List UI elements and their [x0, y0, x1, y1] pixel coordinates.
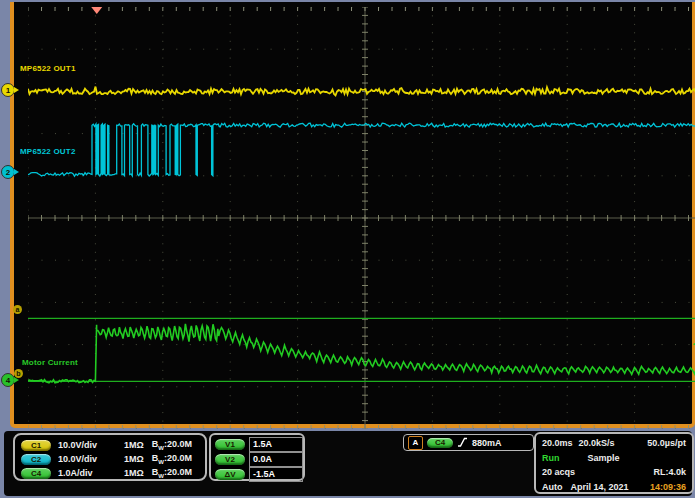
waveform-display-area [10, 2, 695, 428]
trace-label-ch4: Motor Current [22, 358, 78, 367]
cursor-row-v2[interactable]: V2 0.0A [215, 452, 303, 467]
waveform-plot [28, 7, 695, 429]
timebase-value: 20.0ms [542, 438, 573, 448]
record-length: RL:4.0k [653, 467, 686, 477]
acquisition-panel[interactable]: 20.0ms 20.0kS/s 50.0µs/pt Run Sample 20 … [534, 432, 694, 494]
acq-row-count: 20 acqs RL:4.0k [542, 465, 686, 480]
c2-badge[interactable]: C2 [21, 454, 51, 465]
acquisition-count: 20 acqs [542, 467, 575, 477]
channel-2-marker-label: 2 [6, 168, 10, 177]
c1-scale: 10.0V/div [58, 440, 110, 450]
channel-1-marker-label: 1 [6, 86, 10, 95]
channel-1-position-marker[interactable]: 1 [1, 83, 15, 97]
trace-label-ch1: MP6522 OUT1 [20, 64, 76, 73]
channel-settings-panel[interactable]: C1 10.0V/div 1MΩ BW:20.0M C2 10.0V/div 1… [13, 433, 207, 481]
c4-impedance: 1MΩ [124, 468, 144, 478]
trigger-mode: Auto [542, 482, 563, 492]
channel-2-position-marker[interactable]: 2 [1, 165, 15, 179]
c1-bandwidth: BW:20.0M [152, 439, 192, 451]
cursor-a-handle[interactable]: a [13, 305, 22, 314]
v1-badge[interactable]: V1 [215, 439, 245, 450]
trigger-level-value: 880mA [472, 438, 502, 448]
date-text: April 14, 2021 [571, 482, 629, 492]
v2-badge[interactable]: V2 [215, 454, 245, 465]
v2-value: 0.0A [249, 452, 303, 467]
resolution: 50.0µs/pt [647, 438, 686, 448]
time-text: 14:09:36 [650, 482, 686, 492]
cursor-readout-panel[interactable]: V1 1.5A V2 0.0A ΔV -1.5A [209, 433, 305, 481]
channel-4-marker-label: 4 [6, 376, 10, 385]
cursor-row-dv[interactable]: ΔV -1.5A [215, 467, 303, 482]
channel-4-position-marker[interactable]: 4 [1, 373, 15, 387]
trigger-a-indicator: A [408, 436, 423, 450]
sample-rate: 20.0kS/s [579, 438, 615, 448]
trigger-position-marker[interactable] [91, 7, 102, 14]
dv-badge[interactable]: ΔV [215, 469, 245, 480]
acq-mode: Sample [588, 453, 620, 463]
c2-impedance: 1MΩ [124, 454, 144, 464]
c4-bandwidth: BW:20.0M [152, 467, 192, 479]
channel-row-c4[interactable]: C4 1.0A/div 1MΩ BW:20.0M [21, 466, 205, 480]
trace-label-ch2: MP6522 OUT2 [20, 147, 76, 156]
channel-row-c1[interactable]: C1 10.0V/div 1MΩ BW:20.0M [21, 438, 205, 452]
c4-badge[interactable]: C4 [21, 468, 51, 479]
c2-bandwidth: BW:20.0M [152, 453, 192, 465]
dv-value: -1.5A [249, 467, 303, 482]
cursor-b-handle[interactable]: b [14, 369, 23, 378]
readout-bar: C1 10.0V/div 1MΩ BW:20.0M C2 10.0V/div 1… [4, 431, 692, 496]
c1-impedance: 1MΩ [124, 440, 144, 450]
cursor-row-v1[interactable]: V1 1.5A [215, 437, 303, 452]
c2-scale: 10.0V/div [58, 454, 110, 464]
trigger-source-badge[interactable]: C4 [427, 438, 453, 448]
acq-row-timebase: 20.0ms 20.0kS/s 50.0µs/pt [542, 436, 686, 451]
c1-badge[interactable]: C1 [21, 440, 51, 451]
graticule-grid [28, 7, 695, 429]
oscilloscope-screen: MP6522 OUT1 MP6522 OUT2 Motor Current 1 … [0, 0, 695, 498]
acq-row-state: Run Sample [542, 451, 686, 466]
acq-row-datetime: Auto April 14, 2021 14:09:36 [542, 480, 686, 495]
v1-value: 1.5A [249, 437, 303, 452]
trace-ch4 [28, 324, 695, 383]
run-state: Run [542, 453, 560, 463]
c4-scale: 1.0A/div [58, 468, 110, 478]
channel-row-c2[interactable]: C2 10.0V/div 1MΩ BW:20.0M [21, 452, 205, 466]
trigger-readout[interactable]: A C4 880mA [403, 434, 534, 451]
rising-edge-slope-icon [457, 437, 468, 448]
trace-ch2 [28, 123, 695, 176]
